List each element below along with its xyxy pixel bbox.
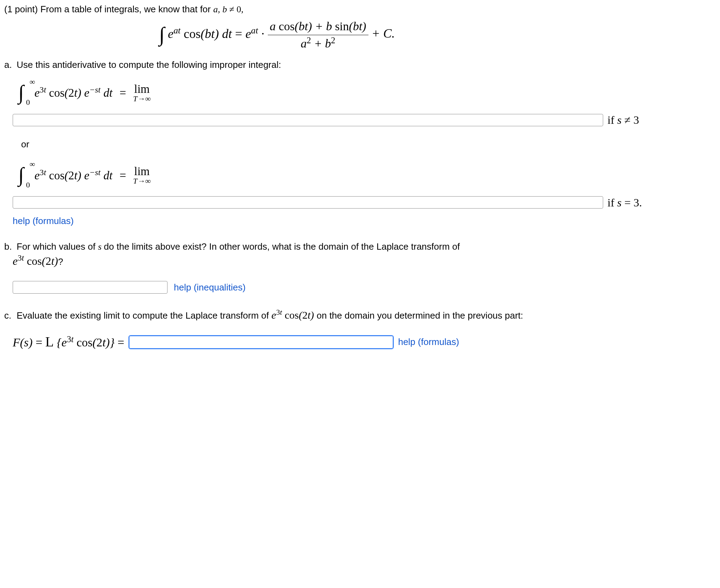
condition-s-ne-3: if s ≠ 3 bbox=[607, 112, 639, 128]
part-b-text1: For which values of bbox=[17, 241, 95, 252]
part-b-label: b. bbox=[4, 240, 14, 253]
problem-preamble: (1 point) From a table of integrals, we … bbox=[4, 3, 716, 16]
or-label: or bbox=[21, 138, 716, 151]
given-integral-formula: ∫ eat cos(bt) dt = eat · a cos(bt) + b s… bbox=[4, 18, 716, 52]
preamble-condition: a, b ≠ 0, bbox=[213, 4, 244, 14]
answer-input-b[interactable] bbox=[13, 281, 168, 294]
help-formulas-link-a[interactable]: help (formulas) bbox=[13, 216, 74, 226]
condition-s-eq-3: if s = 3. bbox=[607, 195, 642, 211]
part-a-text: Use this antiderivative to compute the f… bbox=[17, 59, 281, 70]
part-b-func: e3t cos(2t) bbox=[13, 255, 58, 267]
part-a: a. Use this antiderivative to compute th… bbox=[4, 58, 716, 71]
part-c-text2: on the domain you determined in the prev… bbox=[317, 310, 523, 321]
part-b-qmark: ? bbox=[58, 256, 63, 267]
limit-2: lim T→∞ bbox=[133, 166, 151, 185]
part-b-text2: do the limits above exist? In other word… bbox=[104, 241, 460, 252]
answer-row-2: if s = 3. bbox=[13, 195, 716, 211]
part-b: b. For which values of s do the limits a… bbox=[4, 240, 716, 269]
preamble-text: From a table of integrals, we know that … bbox=[40, 4, 211, 14]
help-formulas-link-c[interactable]: help (formulas) bbox=[398, 335, 459, 348]
limit-1: lim T→∞ bbox=[133, 83, 151, 103]
answer-input-c[interactable] bbox=[129, 336, 393, 349]
answer-row-1: if s ≠ 3 bbox=[13, 112, 716, 128]
part-c: c. Evaluate the existing limit to comput… bbox=[4, 308, 716, 322]
part-a-integral-1: ∫ ∞ 0 e3t cos(2t) e−st dt = lim T→∞ bbox=[18, 79, 151, 107]
part-c-label: c. bbox=[4, 309, 14, 322]
part-b-var: s bbox=[98, 242, 104, 252]
part-a-integral-2: ∫ ∞ 0 e3t cos(2t) e−st dt = lim T→∞ bbox=[18, 161, 151, 190]
answer-input-a1[interactable] bbox=[13, 114, 603, 126]
part-a-label: a. bbox=[4, 58, 14, 71]
points-label: (1 point) bbox=[4, 4, 38, 14]
help-inequalities-link[interactable]: help (inequalities) bbox=[174, 281, 246, 294]
part-c-lhs: F(s) = L {e3t cos(2t)} = bbox=[13, 332, 124, 352]
answer-input-a2[interactable] bbox=[13, 196, 603, 209]
part-c-text1: Evaluate the existing limit to compute t… bbox=[17, 310, 269, 321]
part-c-func: e3t cos(2t) bbox=[271, 309, 316, 321]
